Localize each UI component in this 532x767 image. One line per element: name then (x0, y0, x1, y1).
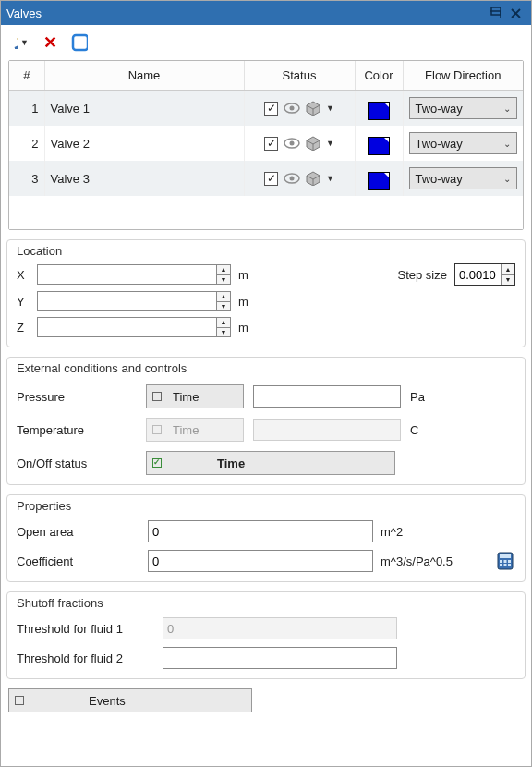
row-name[interactable]: Valve 1 (44, 91, 244, 127)
col-header-name[interactable]: Name (44, 61, 244, 91)
svg-rect-23 (500, 554, 511, 558)
chevron-down-icon[interactable]: ▼ (326, 174, 334, 183)
checkbox-checked-icon (152, 458, 162, 468)
visibility-icon[interactable] (284, 173, 300, 184)
col-header-flow[interactable]: Flow Direction (403, 61, 523, 91)
properties-group: Properties Open area m^2 Coefficient m^3… (6, 494, 526, 582)
row-checkbox[interactable] (264, 172, 278, 186)
y-spinner[interactable]: ▲▼ (216, 292, 230, 310)
transparency-icon[interactable] (306, 101, 320, 116)
dock-icon[interactable] (485, 5, 505, 21)
temperature-unit: C (410, 423, 418, 437)
chevron-down-icon: ⌄ (503, 139, 511, 149)
visibility-icon[interactable] (284, 103, 300, 114)
y-unit: m (238, 295, 248, 309)
col-header-num[interactable]: # (9, 61, 44, 91)
svg-rect-29 (508, 564, 511, 566)
col-header-status[interactable]: Status (244, 61, 355, 91)
svg-rect-24 (500, 560, 502, 563)
color-picker[interactable] (368, 137, 390, 155)
close-icon[interactable] (505, 5, 526, 21)
shutoff-label: Shutoff fractions (17, 596, 515, 610)
row-name[interactable]: Valve 2 (44, 126, 244, 161)
coefficient-unit: m^3/s/Pa^0.5 (381, 554, 453, 568)
color-picker[interactable] (368, 172, 390, 190)
chevron-down-icon: ⌄ (503, 103, 511, 114)
svg-rect-28 (504, 564, 507, 566)
chevron-down-icon: ⌄ (503, 174, 511, 184)
coefficient-input[interactable] (148, 550, 373, 572)
step-size-input[interactable]: ▲▼ (454, 263, 515, 286)
open-area-unit: m^2 (381, 525, 403, 539)
temperature-input (253, 419, 401, 441)
onoff-label: On/Off status (17, 457, 137, 470)
col-header-color[interactable]: Color (355, 61, 403, 91)
threshold-2-label: Threshold for fluid 2 (17, 651, 155, 665)
flow-direction-dropdown[interactable]: Two-way⌄ (409, 132, 518, 154)
chevron-down-icon[interactable]: ▼ (326, 139, 334, 148)
row-name[interactable]: Valve 3 (44, 161, 244, 196)
svg-point-11 (290, 106, 295, 111)
table-row[interactable]: 2Valve 2▼Two-way⌄ (9, 126, 523, 161)
coefficient-label: Coefficient (17, 554, 140, 568)
pressure-unit: Pa (410, 390, 425, 404)
valves-window: Valves ▼ ✕ # Name (0, 0, 532, 767)
checkbox-icon (15, 696, 24, 705)
threshold-1-label: Threshold for fluid 1 (17, 622, 155, 636)
z-input[interactable]: ▲▼ (37, 317, 231, 337)
titlebar: Valves (1, 1, 531, 25)
shutoff-group: Shutoff fractions Threshold for fluid 1 … (6, 591, 526, 679)
svg-line-7 (15, 45, 18, 48)
step-size-label: Step size (398, 268, 447, 282)
table-row[interactable]: 1Valve 1▼Two-way⌄ (9, 91, 523, 127)
pressure-label: Pressure (17, 390, 137, 404)
row-num: 2 (9, 126, 44, 161)
open-area-label: Open area (17, 525, 140, 539)
duplicate-button[interactable] (71, 34, 88, 51)
z-unit: m (238, 321, 248, 335)
x-unit: m (238, 268, 248, 282)
row-checkbox[interactable] (264, 137, 278, 151)
toolbar: ▼ ✕ (6, 30, 526, 60)
flow-direction-dropdown[interactable]: Two-way⌄ (409, 167, 518, 189)
color-picker[interactable] (368, 102, 390, 120)
threshold-1-input (163, 617, 397, 639)
x-input[interactable]: ▲▼ (37, 264, 231, 285)
pressure-input[interactable] (253, 385, 401, 408)
chevron-down-icon: ▼ (20, 38, 29, 47)
y-input[interactable]: ▲▼ (37, 291, 231, 311)
threshold-2-input[interactable] (163, 647, 397, 669)
valves-table: # Name Status Color Flow Direction 1Valv… (8, 60, 524, 230)
external-label: External conditions and controls (17, 361, 515, 375)
pressure-time-button[interactable]: Time (146, 384, 244, 408)
transparency-icon[interactable] (306, 171, 320, 186)
temperature-label: Temperature (17, 423, 137, 437)
chevron-down-icon[interactable]: ▼ (326, 103, 334, 113)
temperature-time-button: Time (146, 418, 244, 442)
row-num: 3 (9, 161, 44, 196)
calculator-icon[interactable] (495, 551, 515, 571)
checkbox-icon (152, 425, 162, 434)
z-spinner[interactable]: ▲▼ (216, 318, 230, 336)
events-button[interactable]: Events (8, 688, 252, 712)
transparency-icon[interactable] (306, 136, 320, 151)
row-num: 1 (9, 91, 44, 127)
add-valve-button[interactable]: ▼ (12, 34, 29, 51)
svg-rect-27 (500, 564, 502, 566)
open-area-input[interactable] (148, 520, 373, 542)
window-title: Valves (6, 6, 42, 20)
visibility-icon[interactable] (284, 138, 300, 149)
delete-button[interactable]: ✕ (42, 34, 58, 51)
svg-point-19 (290, 177, 295, 181)
y-label: Y (17, 295, 30, 309)
step-spinner[interactable]: ▲▼ (501, 264, 514, 285)
flow-direction-dropdown[interactable]: Two-way⌄ (409, 97, 518, 119)
svg-point-15 (290, 141, 295, 146)
table-row[interactable]: 3Valve 3▼Two-way⌄ (9, 161, 523, 196)
onoff-time-button[interactable]: Time (146, 451, 395, 475)
svg-rect-9 (73, 35, 88, 50)
row-checkbox[interactable] (264, 102, 278, 116)
z-label: Z (17, 321, 30, 335)
checkbox-icon (152, 392, 162, 401)
x-spinner[interactable]: ▲▼ (216, 265, 230, 284)
